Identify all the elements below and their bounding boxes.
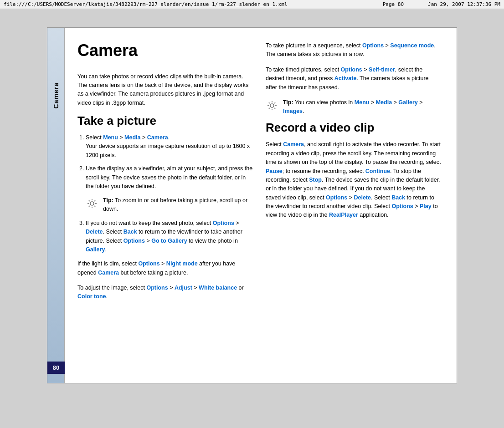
gallery-link-1[interactable]: Gallery xyxy=(86,246,105,253)
section2-title: Record a video clip xyxy=(266,121,441,135)
intro-paragraph: You can take photos or record video clip… xyxy=(77,72,253,108)
svg-line-14 xyxy=(269,102,270,103)
svg-line-5 xyxy=(89,200,90,201)
content-area: Camera You can take photos or record vid… xyxy=(65,28,457,383)
tip-icon-right xyxy=(266,99,278,112)
pause-link[interactable]: Pause xyxy=(266,168,283,174)
page-wrapper: Camera 80 Camera You can take photos or … xyxy=(47,27,457,383)
realplayer-link[interactable]: RealPlayer xyxy=(329,212,358,218)
tip-icon-1 xyxy=(86,197,98,210)
page-number-box: 80 xyxy=(47,362,65,374)
go-to-gallery-link[interactable]: Go to Gallery xyxy=(151,238,187,244)
options-night-link[interactable]: Options xyxy=(138,260,159,267)
menu-link[interactable]: Menu xyxy=(103,134,118,141)
svg-point-9 xyxy=(270,104,274,107)
options-adjust-link[interactable]: Options xyxy=(146,285,168,291)
sidebar-label: Camera xyxy=(52,82,60,108)
svg-line-7 xyxy=(94,200,95,201)
sidebar: Camera 80 xyxy=(47,28,65,383)
sequence-paragraph: To take pictures in a sequence, select O… xyxy=(266,41,441,59)
options-play-link[interactable]: Options xyxy=(392,203,413,209)
svg-line-8 xyxy=(89,206,90,207)
tip-box-right: Tip: You can view photos in Menu > Media… xyxy=(266,98,441,116)
back-link-1[interactable]: Back xyxy=(123,229,137,235)
delete-link-1[interactable]: Delete xyxy=(86,229,103,235)
tip-label-right: Tip: xyxy=(283,99,293,106)
list-item: Select Menu > Media > Camera. Your devic… xyxy=(86,133,253,160)
continue-link[interactable]: Continue xyxy=(365,168,390,174)
right-column: To take pictures in a sequence, select O… xyxy=(266,41,441,369)
options-link-1[interactable]: Options xyxy=(213,220,234,226)
timed-paragraph: To take timed pictures, select Options >… xyxy=(266,66,441,92)
svg-line-6 xyxy=(94,206,95,207)
options-sequence-link[interactable]: Options xyxy=(362,42,384,49)
svg-line-16 xyxy=(274,102,275,103)
svg-line-17 xyxy=(269,108,270,109)
night-mode-link[interactable]: Night mode xyxy=(166,260,198,267)
record-paragraph: Select Camera, and scroll right to activ… xyxy=(266,140,441,219)
tip-text-right: Tip: You can view photos in Menu > Media… xyxy=(283,98,441,116)
tip-label-1: Tip: xyxy=(103,197,113,204)
options-delete-record-link[interactable]: Options xyxy=(326,194,347,201)
white-balance-link[interactable]: White balance xyxy=(199,285,237,291)
media-link[interactable]: Media xyxy=(124,134,140,141)
list-item: If you do not want to keep the saved pho… xyxy=(86,219,253,255)
title-bar: file:///C:/USERS/MODEServer/lkatajis/348… xyxy=(0,0,504,9)
camera-link-2[interactable]: Camera xyxy=(98,270,119,276)
tip-menu-link[interactable]: Menu xyxy=(355,99,370,106)
camera-link[interactable]: Camera xyxy=(147,134,168,141)
steps-list: Select Menu > Media > Camera. Your devic… xyxy=(77,133,253,254)
delete-record-link[interactable]: Delete xyxy=(354,194,371,201)
camera-link-record[interactable]: Camera xyxy=(283,141,304,148)
self-timer-link[interactable]: Self-timer xyxy=(369,66,395,73)
tip-text-1: Tip: To zoom in or out before taking a p… xyxy=(103,196,253,214)
play-link[interactable]: Play xyxy=(420,203,432,209)
page-title: Camera xyxy=(77,41,253,60)
stop-link[interactable]: Stop xyxy=(309,177,322,183)
options-link-2[interactable]: Options xyxy=(123,238,145,244)
activate-link[interactable]: Activate xyxy=(334,75,357,82)
section1-title: Take a picture xyxy=(77,114,253,128)
tip-gallery-link[interactable]: Gallery xyxy=(398,99,417,106)
options-timer-link[interactable]: Options xyxy=(341,66,362,73)
file-path: file:///C:/USERS/MODEServer/lkatajis/348… xyxy=(4,1,288,7)
document-container: Camera 80 Camera You can take photos or … xyxy=(47,27,457,383)
page-info: Page 80 Jan 29, 2007 12:37:36 PM xyxy=(383,1,500,7)
night-mode-paragraph: If the light is dim, select Options > Ni… xyxy=(77,260,253,277)
color-tone-link[interactable]: Color tone xyxy=(77,293,106,300)
sidebar-label-wrapper: Camera xyxy=(47,82,65,108)
svg-point-0 xyxy=(90,202,94,205)
tip-media-link[interactable]: Media xyxy=(376,99,392,106)
back-record-link[interactable]: Back xyxy=(391,194,405,201)
tip-box-1: Tip: To zoom in or out before taking a p… xyxy=(86,196,253,214)
adjust-paragraph: To adjust the image, select Options > Ad… xyxy=(77,284,253,301)
tip-images-link[interactable]: Images xyxy=(283,108,303,114)
sequence-mode-link[interactable]: Sequence mode xyxy=(390,42,434,49)
list-item: Use the display as a viewfinder, aim at … xyxy=(86,164,253,214)
left-column: Camera You can take photos or record vid… xyxy=(77,41,253,369)
svg-line-15 xyxy=(274,108,275,109)
step1-subtext: Your device supports an image capture re… xyxy=(86,143,250,158)
adjust-link[interactable]: Adjust xyxy=(175,285,192,291)
